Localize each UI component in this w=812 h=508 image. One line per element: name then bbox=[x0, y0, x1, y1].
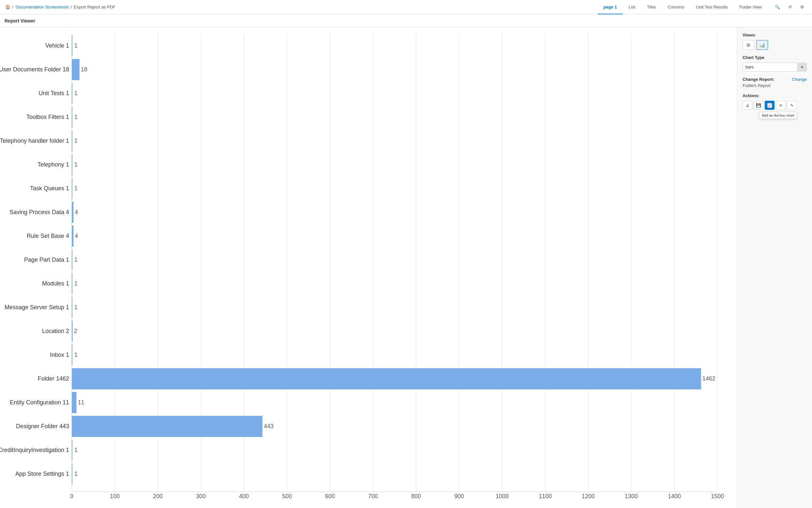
svg-text:1: 1 bbox=[74, 114, 78, 120]
svg-text:4: 4 bbox=[75, 209, 78, 215]
svg-rect-69 bbox=[72, 321, 73, 342]
svg-rect-45 bbox=[72, 130, 72, 152]
svg-text:1: 1 bbox=[74, 256, 78, 263]
svg-text:1300: 1300 bbox=[625, 493, 638, 500]
svg-text:App Store Settings 1: App Store Settings 1 bbox=[15, 470, 69, 477]
svg-text:1: 1 bbox=[74, 470, 78, 477]
svg-text:Designer Folder 443: Designer Folder 443 bbox=[16, 423, 69, 429]
svg-text:700: 700 bbox=[368, 493, 378, 500]
svg-text:Modules 1: Modules 1 bbox=[42, 280, 69, 287]
side-panel: Views: ⊞ 📊 Chart Type bars ▼ Change Repo… bbox=[737, 27, 812, 508]
svg-rect-42 bbox=[72, 107, 72, 128]
svg-rect-51 bbox=[72, 178, 72, 199]
svg-text:1462: 1462 bbox=[702, 375, 716, 382]
svg-text:Task Queues 1: Task Queues 1 bbox=[30, 185, 69, 192]
tab-list[interactable]: List bbox=[623, 0, 641, 14]
views-label: Views: bbox=[742, 33, 807, 38]
svg-text:1: 1 bbox=[74, 42, 78, 49]
tab-tiles[interactable]: Tiles bbox=[641, 0, 662, 14]
svg-text:1: 1 bbox=[74, 447, 78, 453]
views-row: ⊞ 📊 bbox=[742, 40, 807, 50]
svg-text:200: 200 bbox=[153, 493, 163, 500]
svg-text:1: 1 bbox=[74, 90, 78, 96]
svg-rect-81 bbox=[72, 416, 263, 437]
svg-text:Unit Tests 1: Unit Tests 1 bbox=[38, 90, 69, 96]
svg-text:Entity Configuration 11: Entity Configuration 11 bbox=[10, 399, 69, 406]
settings-icon[interactable]: ⚙ bbox=[798, 3, 807, 12]
tab-page1[interactable]: page 1 bbox=[598, 0, 623, 14]
svg-text:1: 1 bbox=[74, 185, 78, 192]
svg-rect-54 bbox=[72, 202, 73, 223]
chart-type-select[interactable]: bars ▼ bbox=[742, 62, 807, 72]
nav-icons: 🔍 ↺ ⚙ bbox=[773, 3, 807, 12]
svg-rect-87 bbox=[72, 463, 72, 484]
tab-unit-test-results[interactable]: Unit Test Results bbox=[690, 0, 733, 14]
svg-text:Telephony handler folder 1: Telephony handler folder 1 bbox=[0, 137, 69, 144]
actions-section: Actions: 🖨 💾 📈 ✕ ✎ Add an Ad-hoc chart bbox=[742, 93, 807, 110]
svg-text:1100: 1100 bbox=[539, 493, 552, 500]
add-chart-tooltip: Add an Ad-hoc chart bbox=[759, 112, 797, 119]
edit-button[interactable]: ✎ bbox=[787, 101, 797, 110]
svg-text:4: 4 bbox=[75, 232, 78, 239]
svg-text:600: 600 bbox=[325, 493, 335, 500]
svg-text:1200: 1200 bbox=[582, 493, 595, 500]
svg-text:Vehicle 1: Vehicle 1 bbox=[45, 42, 69, 49]
svg-text:0: 0 bbox=[70, 493, 73, 500]
main-content: 0100200300400500600700800900100011001200… bbox=[0, 27, 812, 508]
svg-text:1: 1 bbox=[74, 351, 78, 358]
svg-text:Message Server Setup 1: Message Server Setup 1 bbox=[5, 304, 69, 310]
svg-text:Rule Set Base 4: Rule Set Base 4 bbox=[27, 232, 69, 239]
svg-text:2: 2 bbox=[74, 328, 77, 334]
views-section: Views: ⊞ 📊 bbox=[742, 33, 807, 50]
svg-text:User Documents Folder 18: User Documents Folder 18 bbox=[0, 66, 69, 73]
svg-rect-63 bbox=[72, 273, 72, 294]
svg-rect-57 bbox=[72, 225, 73, 247]
svg-rect-48 bbox=[72, 154, 72, 175]
save-button[interactable]: 💾 bbox=[753, 101, 763, 110]
svg-text:18: 18 bbox=[81, 66, 87, 73]
table-icon: ⊞ bbox=[746, 42, 750, 48]
print-button[interactable]: 🖨 bbox=[742, 101, 752, 110]
svg-text:1: 1 bbox=[74, 304, 78, 310]
bar-chart: 0100200300400500600700800900100011001200… bbox=[0, 27, 737, 508]
folders-report-value: Folders Report bbox=[742, 83, 807, 88]
svg-rect-84 bbox=[72, 439, 72, 461]
svg-text:500: 500 bbox=[282, 493, 292, 500]
tab-columns[interactable]: Columns bbox=[662, 0, 690, 14]
svg-rect-36 bbox=[72, 59, 80, 80]
home-icon[interactable]: 🏠 bbox=[5, 5, 10, 9]
breadcrumb-sep2: / bbox=[71, 5, 72, 9]
report-viewer-title: Report Viewer bbox=[5, 18, 35, 24]
svg-text:900: 900 bbox=[454, 493, 464, 500]
svg-text:300: 300 bbox=[196, 493, 206, 500]
search-icon[interactable]: 🔍 bbox=[773, 3, 782, 12]
svg-text:1: 1 bbox=[74, 280, 78, 287]
svg-text:Folder 1462: Folder 1462 bbox=[38, 375, 69, 382]
svg-rect-39 bbox=[72, 83, 72, 104]
delete-button[interactable]: ✕ bbox=[776, 101, 785, 110]
chart-type-dropdown-arrow[interactable]: ▼ bbox=[797, 62, 807, 72]
refresh-icon[interactable]: ↺ bbox=[785, 3, 795, 12]
svg-text:100: 100 bbox=[110, 493, 120, 500]
svg-rect-78 bbox=[72, 392, 77, 413]
add-chart-button[interactable]: 📈 bbox=[765, 101, 774, 110]
breadcrumb-docs[interactable]: Documentation Screenshots bbox=[16, 5, 69, 9]
svg-text:Page Part Data 1: Page Part Data 1 bbox=[24, 256, 69, 263]
svg-text:Inbox 1: Inbox 1 bbox=[50, 351, 69, 358]
sub-header: Report Viewer bbox=[0, 14, 812, 27]
change-report-link[interactable]: Change bbox=[792, 77, 807, 82]
svg-text:Telephony 1: Telephony 1 bbox=[38, 161, 69, 168]
svg-rect-66 bbox=[72, 297, 72, 318]
chart-view-btn[interactable]: 📊 bbox=[756, 40, 768, 50]
chart-icon: 📊 bbox=[760, 42, 765, 48]
svg-text:443: 443 bbox=[264, 423, 274, 429]
svg-text:CreditInquiryInvestigation 1: CreditInquiryInvestigation 1 bbox=[0, 447, 69, 453]
table-view-btn[interactable]: ⊞ bbox=[742, 40, 754, 50]
change-report-label: Change Report: bbox=[742, 77, 774, 82]
svg-rect-33 bbox=[72, 35, 72, 56]
actions-row: 🖨 💾 📈 ✕ ✎ Add an Ad-hoc chart bbox=[742, 101, 807, 110]
svg-text:400: 400 bbox=[239, 493, 249, 500]
svg-rect-60 bbox=[72, 249, 72, 270]
svg-text:1400: 1400 bbox=[668, 493, 681, 500]
tab-folder-view[interactable]: Folder View bbox=[734, 0, 768, 14]
